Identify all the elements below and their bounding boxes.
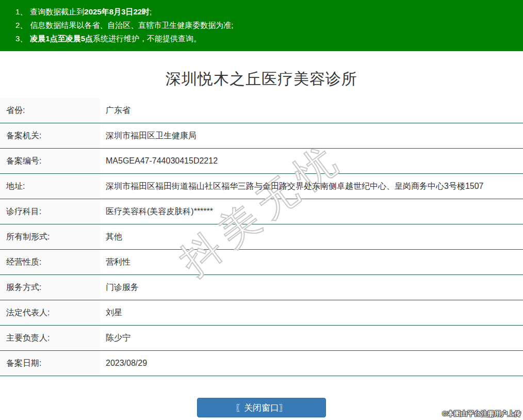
row-value: 刘星 bbox=[100, 300, 523, 325]
row-label: 省份: bbox=[0, 98, 100, 123]
info-table: 省份: 广东省 备案机关: 深圳市福田区卫生健康局 备案编号: MA5GEA47… bbox=[0, 98, 523, 376]
row-label: 经营性质: bbox=[0, 250, 100, 274]
row-label: 服务方式: bbox=[0, 275, 100, 300]
notice-text-bold: 凌晨1点至凌晨5点 bbox=[30, 34, 93, 43]
table-row-principal-person: 主要负责人: 陈少宁 bbox=[0, 326, 523, 351]
row-label: 所有制形式: bbox=[0, 224, 100, 249]
table-row-business-nature: 经营性质: 营利性 bbox=[0, 250, 523, 275]
notice-text-bold: 2025年8月3日22时 bbox=[84, 7, 150, 16]
notice-line-1: 1、查询数据截止到2025年8月3日22时; bbox=[15, 5, 518, 19]
row-value: 其他 bbox=[100, 224, 523, 249]
row-label: 备案机关: bbox=[0, 123, 100, 148]
notice-text: 信息数据结果以各省、自治区、直辖市卫生健康委数据为准; bbox=[30, 21, 233, 29]
table-row-address: 地址: 深圳市福田区福田街道福山社区福华三路与金田路交界处东南侧卓越世纪中心、皇… bbox=[0, 174, 523, 199]
page-title: 深圳悦木之丘医疗美容诊所 bbox=[0, 70, 523, 88]
row-value: 营利性 bbox=[100, 250, 523, 274]
notice-number: 3、 bbox=[15, 34, 27, 43]
row-label: 备案日期: bbox=[0, 351, 100, 376]
table-row-filing-date: 备案日期: 2023/08/29 bbox=[0, 351, 523, 376]
table-row-filing-authority: 备案机关: 深圳市福田区卫生健康局 bbox=[0, 123, 523, 149]
table-row-service-mode: 服务方式: 门诊服务 bbox=[0, 275, 523, 300]
notice-text: ; bbox=[150, 7, 152, 16]
row-label: 主要负责人: bbox=[0, 326, 100, 350]
row-label: 备案编号: bbox=[0, 149, 100, 173]
row-value: MA5GEA47-744030415D2212 bbox=[100, 149, 523, 173]
row-value: 门诊服务 bbox=[100, 275, 523, 300]
row-value: 深圳市福田区福田街道福山社区福华三路与金田路交界处东南侧卓越世纪中心、皇岗商务中… bbox=[100, 174, 523, 199]
close-window-button[interactable]: 〖关闭窗口〗 bbox=[197, 398, 326, 417]
image-credit-label: ©本图由平台注册用户上传 bbox=[442, 409, 521, 418]
notice-line-3: 3、凌晨1点至凌晨5点系统进行维护，不能提供查询。 bbox=[15, 32, 518, 45]
table-row-legal-representative: 法定代表人: 刘星 bbox=[0, 300, 523, 326]
table-row-treatment-subjects: 诊疗科目: 医疗美容科(美容皮肤科)****** bbox=[0, 199, 523, 224]
row-label: 法定代表人: bbox=[0, 300, 100, 325]
notice-number: 1、 bbox=[15, 7, 27, 16]
row-value: 广东省 bbox=[100, 98, 523, 123]
notice-number: 2、 bbox=[15, 21, 27, 29]
row-value: 深圳市福田区卫生健康局 bbox=[100, 123, 523, 148]
table-row-province: 省份: 广东省 bbox=[0, 98, 523, 123]
table-row-filing-number: 备案编号: MA5GEA47-744030415D2212 bbox=[0, 149, 523, 174]
row-value: 2023/08/29 bbox=[100, 351, 523, 376]
row-label: 诊疗科目: bbox=[0, 199, 100, 224]
notice-line-2: 2、信息数据结果以各省、自治区、直辖市卫生健康委数据为准; bbox=[15, 19, 518, 32]
row-value: 医疗美容科(美容皮肤科)****** bbox=[100, 199, 523, 224]
table-row-ownership-form: 所有制形式: 其他 bbox=[0, 224, 523, 250]
row-value: 陈少宁 bbox=[100, 326, 523, 350]
row-label: 地址: bbox=[0, 174, 100, 199]
notice-text: 系统进行维护，不能提供查询。 bbox=[93, 34, 201, 43]
notice-banner: 1、查询数据截止到2025年8月3日22时; 2、信息数据结果以各省、自治区、直… bbox=[0, 0, 523, 51]
notice-text: 查询数据截止到 bbox=[30, 7, 84, 16]
